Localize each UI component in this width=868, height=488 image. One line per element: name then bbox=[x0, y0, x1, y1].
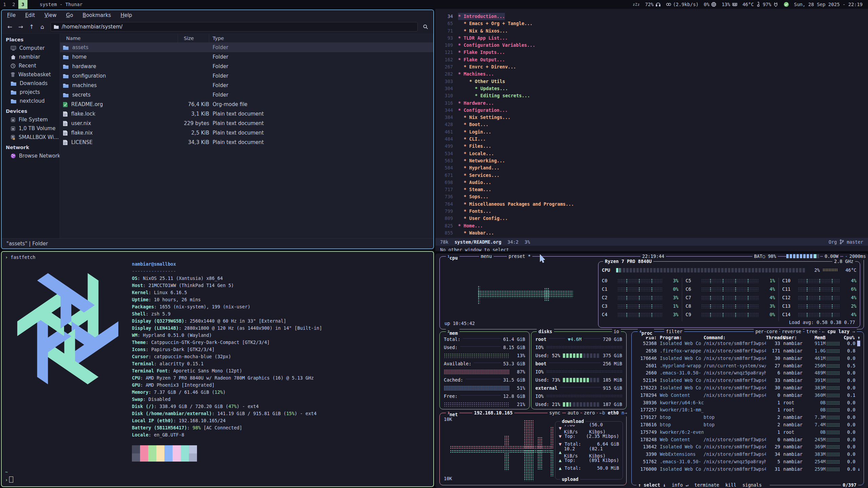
org-heading-line[interactable]: 855* Waubar... bbox=[435, 229, 868, 237]
org-heading-line[interactable]: 461* Login... bbox=[435, 128, 868, 136]
terminal-window[interactable]: › fastfetch nambiar@smallbox------------… bbox=[1, 251, 434, 487]
zero-tab[interactable]: zero bbox=[582, 409, 597, 416]
org-heading-line[interactable]: 34* Introduction... bbox=[435, 13, 868, 20]
process-row-178248[interactable]: 178248Web Content/nix/store/sm8fmrf3wps4… bbox=[635, 436, 861, 443]
menu-view[interactable]: View bbox=[44, 12, 57, 18]
org-heading-line[interactable]: 764* Miscellaneous Packages and Programs… bbox=[435, 201, 868, 208]
reverse-tab[interactable]: reverse bbox=[780, 328, 803, 335]
volume-indicator[interactable]: 72% bbox=[645, 2, 660, 7]
menu-edit[interactable]: Edit bbox=[25, 12, 35, 18]
process-row-177257[interactable]: 177257kworker/10:1-mm_1root0B0.0 bbox=[635, 406, 861, 414]
process-row-13642[interactable]: 13642Isolated Web Co/nix/store/sm8fmrf3w… bbox=[635, 443, 861, 451]
proc-tab[interactable]: 4proc bbox=[638, 328, 654, 337]
column-name[interactable]: Name bbox=[60, 34, 178, 42]
column-type[interactable]: Type bbox=[209, 34, 433, 42]
clock[interactable]: Sun, 28 Sep 2025 - 22:19 bbox=[794, 2, 863, 7]
file-row-readme-org[interactable]: README.org76,4 KiBOrg-mode file bbox=[60, 100, 433, 109]
sidebar-item-browse-network[interactable]: Browse Network bbox=[2, 151, 60, 160]
file-row-configuration[interactable]: configurationFolder bbox=[60, 71, 433, 81]
process-row-175749[interactable]: 175749kworker/6:2-even1root0B0.0 bbox=[635, 428, 861, 436]
cpu-usage[interactable]: 0% bbox=[704, 2, 717, 7]
check-circle-icon[interactable] bbox=[784, 2, 789, 7]
process-row-176223[interactable]: 176223Isolated Web Co/nix/store/sm8fmrf3… bbox=[635, 384, 861, 392]
temperature[interactable]: 46°C 97% bbox=[743, 2, 778, 7]
home-button[interactable]: ⌂ bbox=[37, 22, 48, 32]
proc-key-signals[interactable]: signals bbox=[743, 482, 762, 488]
org-heading-line[interactable]: 799* Fonts... bbox=[435, 208, 868, 215]
sync-tab[interactable]: sync bbox=[548, 409, 562, 416]
org-heading-line[interactable]: 304* Updates... bbox=[435, 85, 868, 92]
org-heading-line[interactable]: 303* Other Utils bbox=[435, 78, 868, 85]
file-row-flake-nix[interactable]: flake.nix2,5 KiBPlain text document bbox=[60, 128, 433, 138]
org-heading-line[interactable]: 717* Steam... bbox=[435, 186, 868, 193]
process-row-2601[interactable]: 2601.Hyprland-wrapp/run/current-system/s… bbox=[635, 362, 861, 369]
sidebar-item-nextcloud[interactable]: nextcloud bbox=[2, 97, 60, 105]
org-heading-line[interactable]: 698* Audio... bbox=[435, 179, 868, 186]
path-bar[interactable]: /home/nambiar/system/ bbox=[51, 22, 418, 32]
auto-tab[interactable]: auto bbox=[566, 409, 580, 416]
org-heading-line[interactable]: 534* Locale... bbox=[435, 150, 868, 157]
process-row-51762[interactable]: 51762.emacs-31.0.50-/nix/store/wnqz5pa8r… bbox=[635, 458, 861, 466]
preset-tab[interactable]: preset * bbox=[507, 253, 532, 260]
file-row-license[interactable]: LICENSE34,3 KiBPlain text document bbox=[60, 138, 433, 147]
workspace-1[interactable]: 1 bbox=[0, 0, 9, 9]
org-heading-line[interactable]: 344* Configuration... bbox=[435, 107, 868, 114]
process-row-3390[interactable]: 3390WebExtensions/nix/store/sm8fmrf3wps4… bbox=[635, 451, 861, 458]
interval-plus[interactable]: + bbox=[866, 253, 868, 260]
network-speed[interactable]: (2.9kb/s) bbox=[666, 2, 699, 7]
org-heading-line[interactable]: 93* TLDR App List... bbox=[435, 35, 868, 42]
org-heading-line[interactable]: 282* Machines... bbox=[435, 70, 868, 78]
sidebar-item-recent[interactable]: Recent bbox=[2, 61, 60, 70]
process-row-2658[interactable]: 2658.firefox-wrappe/nix/store/sm8fmrf3wp… bbox=[635, 347, 861, 355]
process-row-2660[interactable]: 2660.emacs-31.0.50-/nix/store/wnqz5pa8ra… bbox=[635, 369, 861, 377]
process-row-52368[interactable]: 52368Isolated Web Co/nix/store/sm8fmrf3w… bbox=[635, 340, 861, 347]
sidebar-item-computer[interactable]: Computer bbox=[2, 44, 60, 53]
org-heading-line[interactable]: 316* Hardware... bbox=[435, 100, 868, 107]
process-row-176646[interactable]: 176646Isolated Web Co/nix/store/sm8fmrf3… bbox=[635, 354, 861, 362]
org-heading-line[interactable]: 267* Envrc + Direnv... bbox=[435, 63, 868, 70]
org-heading-line[interactable]: 809* User Config... bbox=[435, 215, 868, 222]
workspace-switcher[interactable]: 123 bbox=[0, 0, 27, 9]
file-row-secrets[interactable]: secretsFolder bbox=[60, 90, 433, 100]
org-heading-line[interactable]: 428* Boot... bbox=[435, 121, 868, 128]
tree-tab[interactable]: tree bbox=[805, 328, 819, 335]
sidebar-item-projects[interactable]: projects bbox=[2, 88, 60, 97]
io-tab[interactable]: io bbox=[612, 328, 621, 335]
proc-footer-keys[interactable]: ↑ select ↓info ↵terminatekillsignals bbox=[636, 482, 770, 488]
org-heading-line[interactable]: 825* Home... bbox=[435, 222, 868, 229]
file-row-hardware[interactable]: hardwareFolder bbox=[60, 62, 433, 71]
process-row-178616[interactable]: 178616btopbtop2nambiar7.4M0.0 bbox=[635, 421, 861, 429]
column-size[interactable]: Size bbox=[178, 34, 209, 42]
process-row-178294[interactable]: 178294Web Content/nix/store/sm8fmrf3wps4… bbox=[635, 391, 861, 399]
file-row-flake-lock[interactable]: flake.lock3,1 KiBPlain text document bbox=[60, 109, 433, 119]
org-heading-line[interactable]: 109* Configuration Variables... bbox=[435, 42, 868, 49]
forward-button[interactable]: → bbox=[15, 22, 26, 32]
org-heading-line[interactable]: 71* Nix & Nixos... bbox=[435, 27, 868, 35]
sidebar-item-smallbox-wi[interactable]: SMALLBOX Wi... bbox=[2, 133, 60, 142]
sidebar-item-downloads[interactable]: Downloads bbox=[2, 79, 60, 88]
menu-tab[interactable]: menu bbox=[479, 253, 494, 260]
cpu-tab[interactable]: 1cpu bbox=[446, 253, 459, 262]
menu-go[interactable]: Go bbox=[66, 12, 73, 18]
shell-prompt-2[interactable]: › bbox=[5, 476, 13, 484]
workspace-2[interactable]: 2 bbox=[9, 0, 18, 9]
process-row-176000[interactable]: 176000Isolated Web Co/nix/store/sm8fmrf3… bbox=[635, 465, 861, 473]
org-heading-line[interactable]: 310* Editing secrets... bbox=[435, 92, 868, 99]
filter-tab[interactable]: filter bbox=[664, 328, 684, 335]
org-heading-line[interactable]: 584* Hyprland... bbox=[435, 164, 868, 171]
percore-tab[interactable]: per-core bbox=[754, 328, 779, 335]
disks-tab[interactable]: disks bbox=[537, 328, 554, 335]
process-row-179127[interactable]: 179127btopbtop2nambiar7.3M0.0 bbox=[635, 414, 861, 421]
org-heading-line[interactable]: 499* Files... bbox=[435, 143, 868, 150]
org-heading-line[interactable]: 162* Flake Output... bbox=[435, 56, 868, 63]
org-heading-line[interactable]: 563* Networking... bbox=[435, 157, 868, 164]
interface-tab[interactable]: ←b eth0 n→ bbox=[598, 409, 629, 416]
menu-file[interactable]: File bbox=[7, 12, 16, 18]
idle-inhibit-icon[interactable]: zZz bbox=[633, 3, 640, 6]
org-heading-line[interactable]: 384* Nix Settings... bbox=[435, 114, 868, 121]
back-button[interactable]: ← bbox=[4, 22, 15, 32]
up-button[interactable]: ↑ bbox=[26, 22, 37, 32]
sidebar-item-nambiar[interactable]: nambiar bbox=[2, 53, 60, 61]
proc-key-info[interactable]: info ↵ bbox=[672, 482, 688, 488]
menu-bookmarks[interactable]: Bookmarks bbox=[83, 12, 111, 18]
